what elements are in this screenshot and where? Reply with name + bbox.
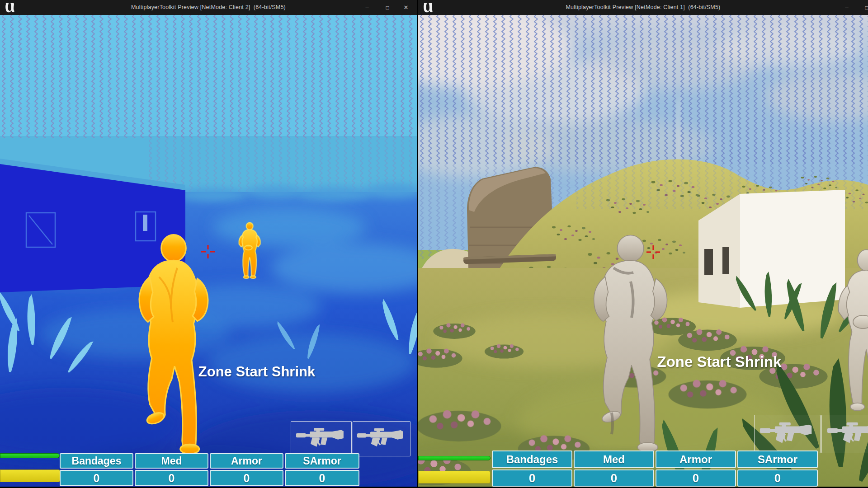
weapon-slot-2 [821,415,868,453]
hud-item-bandages-label: Bandages [60,453,133,469]
close-button[interactable]: ✕ [400,0,412,15]
rifle-icon [826,418,868,450]
window-title: MultiplayerToolkit Preview [NetMode: Cli… [418,0,868,15]
weapon-slot-1 [754,415,821,453]
rifle-icon [295,424,348,453]
hud-item-bandages-label: Bandages [492,450,572,468]
weapon-slot-1 [291,421,352,456]
rifle-icon [356,425,407,453]
hud-item-med-label: Med [135,453,208,469]
hud-item-med-value: 0 [574,469,654,487]
window-title: MultiplayerToolkit Preview [NetMode: Cli… [0,0,417,15]
game-viewport-client-2[interactable]: Zone Start Shrink Bandages Med Armor SAr… [0,15,417,487]
health-bar [418,456,491,460]
hud-item-sarmor-value: 0 [285,470,359,486]
stamina-bar [0,469,60,482]
titlebar: MultiplayerToolkit Preview [NetMode: Cli… [0,0,417,15]
zone-message: Zone Start Shrink [198,364,315,380]
zone-message: Zone Start Shrink [657,353,781,371]
hud-item-armor-label: Armor [656,450,736,468]
hud-item-med-label: Med [574,450,654,468]
desktop: MultiplayerToolkit Preview [NetMode: Cli… [0,0,868,488]
hud-item-sarmor-label: SArmor [285,453,359,469]
hud-item-med-value: 0 [135,470,208,486]
hud-item-sarmor-label: SArmor [737,450,818,468]
weapon-slot-2 [353,421,410,456]
stamina-bar [418,471,491,483]
rifle-icon [759,418,816,450]
maximize-button[interactable]: □ [861,0,868,15]
building-window [722,247,729,274]
minimize-button[interactable]: – [841,0,853,15]
minimize-button[interactable]: – [361,0,373,15]
scene-thermal [0,15,417,487]
building-white [698,190,845,308]
hud-item-armor-value: 0 [656,469,736,487]
building-window [704,249,713,275]
maximize-button[interactable]: □ [382,0,393,15]
titlebar: MultiplayerToolkit Preview [NetMode: Cli… [418,0,868,15]
hud-item-bandages-value: 0 [60,470,133,486]
hud-item-armor-label: Armor [210,453,283,469]
hud-item-armor-value: 0 [210,470,283,486]
health-bar [0,453,60,458]
hud-item-sarmor-value: 0 [737,469,818,487]
window-client-1: MultiplayerToolkit Preview [NetMode: Cli… [418,0,868,488]
hud-item-bandages-value: 0 [492,469,572,487]
game-viewport-client-1[interactable]: Zone Start Shrink Bandages Med Armor SAr… [418,15,868,487]
window-client-2: MultiplayerToolkit Preview [NetMode: Cli… [0,0,417,488]
